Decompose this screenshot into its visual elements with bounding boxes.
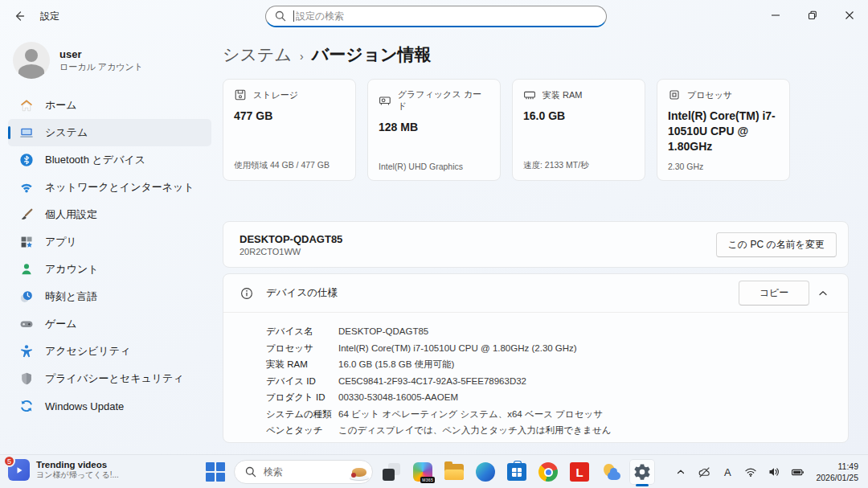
onedrive-paused-icon [698,465,711,479]
gear-icon [633,463,651,481]
onedrive-status-button[interactable] [694,461,714,483]
sidebar-item-bluetooth-devices[interactable]: Bluetooth とデバイス [8,146,211,174]
back-button[interactable] [3,2,35,30]
chrome-button[interactable] [535,459,561,485]
card-value: 128 MB [379,120,489,135]
start-button[interactable] [203,459,228,485]
chrome-icon [538,462,558,482]
card-value: 16.0 GB [523,109,634,124]
copy-button[interactable]: コピー [739,281,809,306]
battery-icon [791,465,805,479]
sidebar-item-home[interactable]: ホーム [8,92,211,119]
windows-logo-icon [206,462,225,482]
breadcrumb-system[interactable]: システム [223,43,292,66]
time-language-icon [19,289,34,304]
taskbar: 5 Trending videos ヨン様が帰ってくる!... 検索 [0,454,868,488]
ram-card[interactable]: 実装 RAM 16.0 GB 速度: 2133 MT/秒 [512,79,645,181]
card-label: 実装 RAM [542,89,583,101]
device-name-panel: DESKTOP-QDAGT85 20R2CTO1WW この PC の名前を変更 [223,221,849,268]
sidebar-item-windows-update[interactable]: Windows Update [8,392,211,420]
settings-app-button[interactable] [629,459,655,485]
system-icon [19,125,34,140]
wifi-button[interactable] [741,461,760,483]
sidebar-item-label: Windows Update [45,400,124,412]
sidebar-item-label: ゲーム [45,317,77,331]
storage-card[interactable]: ストレージ 477 GB 使用領域 44 GB / 477 GB [223,79,356,181]
lenovo-app-button[interactable]: L [567,459,592,485]
taskbar-search-box[interactable]: 検索 [234,460,373,484]
close-icon [845,10,854,20]
device-specs-title: デバイスの仕様 [266,286,338,300]
sidebar-item-privacy-security[interactable]: プライバシーとセキュリティ [8,365,211,392]
accessibility-icon [19,344,34,359]
gpu-icon [379,94,391,107]
file-explorer-button[interactable] [441,459,467,485]
text-caret [293,10,294,22]
close-button[interactable] [831,0,868,31]
spec-row-product-id: プロダクト ID 00330-53048-16005-AAOEM [266,389,848,406]
settings-search-input[interactable] [296,10,598,22]
copilot-button[interactable]: M365 [410,459,436,485]
task-view-button[interactable] [379,459,404,485]
avatar [13,42,50,79]
volume-button[interactable] [764,461,784,483]
screen: 設定 [0,0,868,488]
network-icon [19,180,34,195]
weather-app-button[interactable] [598,459,624,485]
storage-icon [234,88,247,101]
widgets-button[interactable]: 5 Trending videos ヨン様が帰ってくる!... [8,459,119,481]
tray-date: 2026/01/25 [816,472,858,483]
sidebar-item-accessibility[interactable]: アクセシビリティ [8,338,211,365]
spec-row-system-type: システムの種類 64 ビット オペレーティング システム、x64 ベース プロセ… [266,406,848,423]
sidebar-item-personalization[interactable]: 個人用設定 [8,201,211,228]
chevron-up-icon [676,467,686,477]
info-icon [240,287,253,300]
spec-row-device-name: デバイス名 DESKTOP-QDAGT85 [266,323,848,340]
edge-icon [476,462,495,482]
weather-icon [601,463,620,481]
sidebar-item-time-language[interactable]: 時刻と言語 [8,283,211,310]
card-detail: 2.30 GHz [668,162,779,171]
processor-card[interactable]: プロセッサ Intel(R) Core(TM) i7-10510U CPU @ … [657,79,790,181]
sidebar-item-label: プライバシーとセキュリティ [45,371,184,386]
microsoft-store-button[interactable] [504,459,530,485]
spec-row-ram: 実装 RAM 16.0 GB (15.8 GB 使用可能) [266,356,848,373]
sidebar-item-accounts[interactable]: アカウント [8,256,211,283]
restore-button[interactable] [794,0,831,31]
device-specs-panel: デバイスの仕様 コピー デバイス名 DESKTOP-QDAGT85 プロセッサ [223,273,849,443]
card-detail: 速度: 2133 MT/秒 [523,160,634,171]
battery-button[interactable] [788,461,807,483]
sidebar-item-apps[interactable]: アプリ [8,228,211,256]
titlebar: 設定 [0,0,868,32]
graphics-card[interactable]: グラフィックス カード 128 MB Intel(R) UHD Graphics [367,79,501,181]
user-account-button[interactable]: user ローカル アカウント [8,37,211,92]
device-specs-header[interactable]: デバイスの仕様 コピー [223,274,848,313]
search-highlight-icon [350,462,369,482]
sidebar-item-label: ネットワークとインターネット [45,180,194,195]
sidebar-item-system[interactable]: システム [8,119,211,146]
sidebar-item-gaming[interactable]: ゲーム [8,310,211,338]
widget-subtitle: ヨン様が帰ってくる!... [36,470,119,481]
sidebar-item-label: システム [45,125,88,140]
collapse-button[interactable] [809,281,837,306]
settings-window: 設定 [0,0,868,454]
task-view-icon [383,463,400,481]
sidebar-item-network-internet[interactable]: ネットワークとインターネット [8,174,211,201]
settings-search-box[interactable] [265,6,607,27]
widgets-weather-icon: 5 [8,459,30,481]
copilot-icon: M365 [413,462,432,482]
microsoft-store-icon [507,463,526,481]
window-controls [757,0,868,31]
edge-button[interactable] [473,459,498,485]
breadcrumb: システム › バージョン情報 [223,43,849,66]
clock[interactable]: 11:49 2026/01/25 [816,461,862,483]
hidden-icons-button[interactable] [671,461,690,483]
taskbar-center: 検索 M365 [203,455,655,488]
ime-mode-button[interactable]: A [718,461,737,483]
minimize-button[interactable] [757,0,794,31]
spec-row-pen-touch: ペンとタッチ このディスプレイでは、ペン入力とタッチ入力は利用できません [266,422,848,439]
card-detail: Intel(R) UHD Graphics [379,162,489,171]
m365-badge: M365 [420,477,435,483]
rename-pc-button[interactable]: この PC の名前を変更 [716,232,837,257]
search-icon [244,465,257,478]
